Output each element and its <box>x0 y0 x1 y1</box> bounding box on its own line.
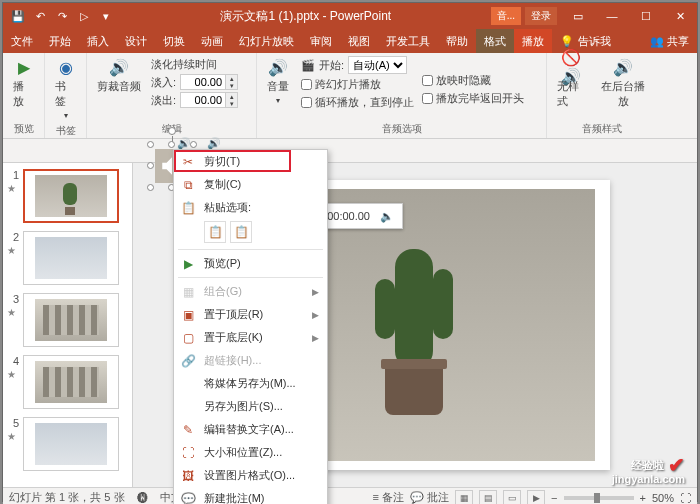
tab-review[interactable]: 审阅 <box>302 29 340 53</box>
fade-in-label: 淡入: <box>151 75 176 90</box>
tab-design[interactable]: 设计 <box>117 29 155 53</box>
bookmark-button[interactable]: ◉ 书签 ▾ <box>51 55 80 122</box>
tab-insert[interactable]: 插入 <box>79 29 117 53</box>
menu-size-position[interactable]: ⛶大小和位置(Z)... <box>174 441 327 464</box>
menu-send-back[interactable]: ▢置于底层(K)▶ <box>174 326 327 349</box>
comments-button[interactable]: 💬 批注 <box>410 490 449 504</box>
trim-audio-button[interactable]: 🔊 剪裁音频 <box>93 55 145 108</box>
bookmark-icon: ◉ <box>56 57 76 77</box>
share-icon: 👥 <box>650 35 664 48</box>
save-icon[interactable]: 💾 <box>11 9 25 23</box>
sorter-view-button[interactable]: ▤ <box>479 490 497 505</box>
chevron-right-icon: ▶ <box>312 333 319 343</box>
tab-help[interactable]: 帮助 <box>438 29 476 53</box>
volume-icon: 🔊 <box>268 57 288 77</box>
redo-icon[interactable]: ↷ <box>55 9 69 23</box>
status-slide: 幻灯片 第 1 张，共 5 张 <box>9 490 125 504</box>
rewind-checkbox[interactable]: 播放完毕返回开头 <box>422 91 524 106</box>
notes-button[interactable]: ≡ 备注 <box>373 490 404 504</box>
menu-paste-label: 📋粘贴选项: <box>174 196 327 219</box>
alt-text-icon: ✎ <box>180 422 196 438</box>
menu-save-picture[interactable]: 另存为图片(S)... <box>174 395 327 418</box>
minimize-button[interactable]: — <box>595 3 629 29</box>
zoom-value[interactable]: 50% <box>652 492 674 504</box>
thumb-5[interactable]: 5★ <box>7 417 128 471</box>
menu-copy[interactable]: ⧉复制(C) <box>174 173 327 196</box>
group-audio-style: 音频样式 <box>553 120 651 136</box>
menu-preview[interactable]: ▶预览(P) <box>174 252 327 275</box>
loop-checkbox[interactable]: 循环播放，直到停止 <box>301 95 414 110</box>
zoom-out-button[interactable]: − <box>551 492 557 504</box>
play-background-button[interactable]: 🔊 在后台播放 <box>596 55 652 111</box>
status-lang-icon: 🅦 <box>137 492 148 504</box>
preview-icon: ▶ <box>180 256 196 272</box>
speaker-icon: 🔊 <box>109 57 129 77</box>
reading-view-button[interactable]: ▭ <box>503 490 521 505</box>
play-icon: ▶ <box>14 57 34 77</box>
fade-out-input[interactable]: ▴▾ <box>180 92 238 108</box>
across-slides-checkbox[interactable]: 跨幻灯片播放 <box>301 77 414 92</box>
close-button[interactable]: ✕ <box>663 3 697 29</box>
normal-view-button[interactable]: ▦ <box>455 490 473 505</box>
fade-out-label: 淡出: <box>151 93 176 108</box>
qat-dropdown-icon[interactable]: ▾ <box>99 9 113 23</box>
movie-icon: 🎬 <box>301 59 315 72</box>
paste-option-2[interactable]: 📋 <box>230 221 252 243</box>
menu-cut[interactable]: ✂剪切(T) <box>174 150 327 173</box>
start-label: 开始: <box>319 58 344 73</box>
volume-button[interactable]: 🔊 音量 ▾ <box>263 55 293 110</box>
mute-icon[interactable]: 🔈 <box>380 210 394 223</box>
tab-view[interactable]: 视图 <box>340 29 378 53</box>
link-icon: 🔗 <box>180 353 196 369</box>
style-small-icon: 🔊 <box>207 137 221 150</box>
watermark: 经验啦 ✔ jingyanla.com <box>631 453 685 477</box>
menu-new-comment[interactable]: 💬新建批注(M) <box>174 487 327 504</box>
format-icon: 🖼 <box>180 468 196 484</box>
fade-label: 淡化持续时间 <box>151 57 238 72</box>
login-button[interactable]: 登录 <box>525 7 557 25</box>
background-icon: 🔊 <box>613 57 633 77</box>
no-style-button[interactable]: 🚫🔊 无样式 <box>553 55 590 111</box>
slideshow-view-button[interactable]: ▶ <box>527 490 545 505</box>
chevron-right-icon: ▶ <box>312 310 319 320</box>
no-style-icon: 🚫🔊 <box>561 57 581 77</box>
hide-during-show-checkbox[interactable]: 放映时隐藏 <box>422 73 524 88</box>
ribbon-options-icon[interactable]: ▭ <box>561 3 595 29</box>
rotate-handle[interactable] <box>168 127 176 135</box>
audio-time: 00:00.00 <box>327 210 370 222</box>
context-menu: ✂剪切(T) ⧉复制(C) 📋粘贴选项: 📋 📋 ▶预览(P) ▦组合(G)▶ … <box>173 149 328 504</box>
tab-playback[interactable]: 播放 <box>514 29 552 53</box>
group-audio-options: 音频选项 <box>263 120 540 136</box>
zoom-in-button[interactable]: + <box>640 492 646 504</box>
group-icon: ▦ <box>180 284 196 300</box>
tab-format[interactable]: 格式 <box>476 29 514 53</box>
play-button[interactable]: ▶ 播放 <box>9 55 38 111</box>
thumb-2[interactable]: 2★ <box>7 231 128 285</box>
menu-format-picture[interactable]: 🖼设置图片格式(O)... <box>174 464 327 487</box>
startshow-icon[interactable]: ▷ <box>77 9 91 23</box>
slide-thumbnails[interactable]: 1★ 2★ 3★ 4★ 5★ <box>3 163 133 487</box>
menu-alt-text[interactable]: ✎编辑替换文字(A)... <box>174 418 327 441</box>
fit-window-button[interactable]: ⛶ <box>680 492 691 504</box>
menu-save-media[interactable]: 将媒体另存为(M)... <box>174 372 327 395</box>
thumb-3[interactable]: 3★ <box>7 293 128 347</box>
thumb-4[interactable]: 4★ <box>7 355 128 409</box>
thumb-1[interactable]: 1★ <box>7 169 128 223</box>
zoom-slider[interactable] <box>564 496 634 500</box>
start-combo[interactable]: 自动(A) <box>348 56 407 74</box>
audio-tools-pill: 音... <box>491 7 521 25</box>
tab-animation[interactable]: 动画 <box>193 29 231 53</box>
maximize-button[interactable]: ☐ <box>629 3 663 29</box>
comment-icon: 💬 <box>180 491 196 505</box>
share-button[interactable]: 👥 共享 <box>642 29 697 53</box>
tab-slideshow[interactable]: 幻灯片放映 <box>231 29 302 53</box>
tab-transition[interactable]: 切换 <box>155 29 193 53</box>
undo-icon[interactable]: ↶ <box>33 9 47 23</box>
paste-option-1[interactable]: 📋 <box>204 221 226 243</box>
tab-home[interactable]: 开始 <box>41 29 79 53</box>
menu-bring-front[interactable]: ▣置于顶层(R)▶ <box>174 303 327 326</box>
scissors-icon: ✂ <box>180 154 196 170</box>
tab-file[interactable]: 文件 <box>3 29 41 53</box>
fade-in-input[interactable]: ▴▾ <box>180 74 238 90</box>
tab-dev[interactable]: 开发工具 <box>378 29 438 53</box>
